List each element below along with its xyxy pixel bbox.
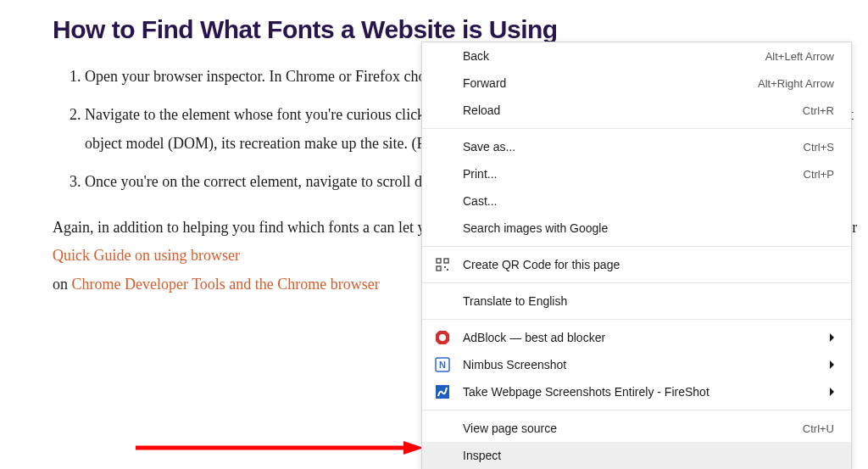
menu-item-translate[interactable]: Translate to English	[422, 288, 851, 315]
qr-code-icon	[434, 256, 451, 273]
menu-label: Nimbus Screenshot	[463, 358, 823, 371]
svg-rect-3	[444, 259, 448, 263]
callout-arrow	[136, 441, 424, 455]
menu-label: View page source	[463, 422, 803, 435]
menu-label: Inspect	[463, 449, 834, 462]
menu-shortcut: Alt+Right Arrow	[758, 77, 834, 90]
svg-rect-6	[447, 269, 448, 271]
menu-item-view-source[interactable]: View page source Ctrl+U	[422, 415, 851, 442]
menu-label: Forward	[463, 76, 758, 90]
menu-item-save-as[interactable]: Save as... Ctrl+S	[422, 133, 851, 160]
menu-label: Translate to English	[463, 294, 834, 308]
menu-separator	[422, 282, 851, 283]
menu-shortcut: Alt+Left Arrow	[765, 50, 834, 63]
svg-text:N: N	[439, 360, 446, 370]
menu-shortcut: Ctrl+S	[804, 141, 834, 154]
menu-shortcut: Ctrl+P	[804, 168, 834, 181]
fireshot-icon	[434, 383, 451, 400]
menu-label: Create QR Code for this page	[463, 258, 834, 271]
menu-item-nimbus[interactable]: N Nimbus Screenshot	[422, 351, 851, 378]
menu-item-forward[interactable]: Forward Alt+Right Arrow	[422, 70, 851, 97]
menu-label: Search images with Google	[463, 221, 834, 235]
menu-shortcut: Ctrl+R	[803, 104, 834, 117]
menu-item-inspect[interactable]: Inspect	[422, 442, 851, 469]
menu-item-back[interactable]: Back Alt+Left Arrow	[422, 42, 851, 70]
menu-item-fireshot[interactable]: Take Webpage Screenshots Entirely - Fire…	[422, 378, 851, 405]
menu-item-reload[interactable]: Reload Ctrl+R	[422, 97, 851, 124]
menu-separator	[422, 128, 851, 129]
submenu-arrow-icon	[830, 360, 834, 369]
menu-label: Cast...	[463, 194, 834, 208]
link-quick-guide[interactable]: Quick Guide on using browser	[53, 247, 240, 264]
page-heading: How to Find What Fonts a Website is Usin…	[53, 15, 868, 44]
menu-separator	[422, 319, 851, 320]
menu-item-print[interactable]: Print... Ctrl+P	[422, 160, 851, 187]
menu-label: Reload	[463, 103, 803, 117]
paragraph-mid: on	[53, 276, 72, 293]
menu-item-qr-code[interactable]: Create QR Code for this page	[422, 251, 851, 278]
submenu-arrow-icon	[830, 333, 834, 342]
menu-label: Take Webpage Screenshots Entirely - Fire…	[463, 385, 823, 399]
menu-item-cast[interactable]: Cast...	[422, 187, 851, 215]
menu-label: Save as...	[463, 140, 804, 154]
submenu-arrow-icon	[830, 388, 834, 396]
menu-separator	[422, 246, 851, 247]
menu-label: AdBlock — best ad blocker	[463, 331, 823, 344]
svg-rect-2	[437, 259, 441, 263]
adblock-icon	[434, 329, 451, 346]
menu-separator	[422, 410, 851, 410]
context-menu: Back Alt+Left Arrow Forward Alt+Right Ar…	[421, 42, 852, 469]
menu-item-adblock[interactable]: AdBlock — best ad blocker	[422, 324, 851, 351]
menu-item-search-google[interactable]: Search images with Google	[422, 215, 851, 242]
menu-label: Print...	[463, 167, 804, 181]
svg-rect-4	[437, 266, 441, 271]
menu-shortcut: Ctrl+U	[803, 422, 834, 435]
nimbus-icon: N	[434, 356, 451, 373]
link-chrome-devtools[interactable]: Chrome Developer Tools and the Chrome br…	[72, 276, 380, 293]
menu-label: Back	[463, 49, 765, 63]
svg-rect-5	[444, 266, 446, 268]
svg-point-8	[439, 334, 446, 341]
